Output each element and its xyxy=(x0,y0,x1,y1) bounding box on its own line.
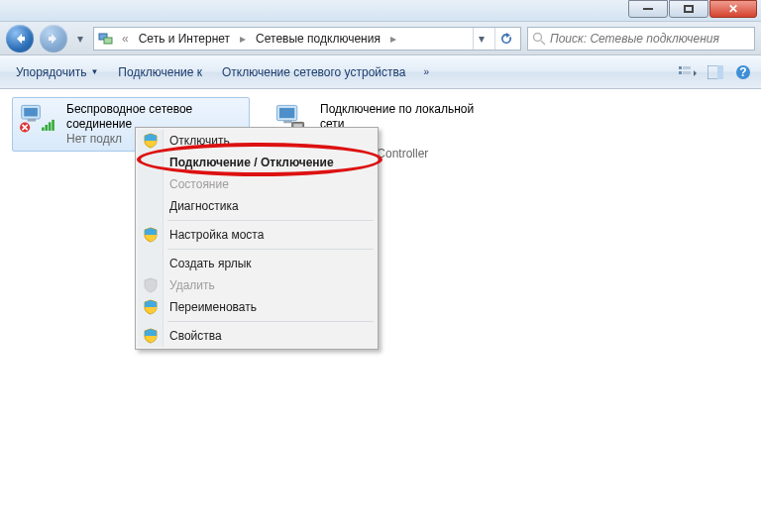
ctx-label: Переименовать xyxy=(169,300,257,314)
disable-device-button[interactable]: Отключение сетевого устройства xyxy=(214,61,413,83)
help-button[interactable]: ? xyxy=(733,62,753,82)
refresh-icon xyxy=(499,32,513,46)
arrow-left-icon xyxy=(13,32,27,46)
svg-rect-7 xyxy=(683,71,691,74)
svg-rect-17 xyxy=(49,122,52,130)
ctx-label: Создать ярлык xyxy=(169,257,252,270)
svg-text:?: ? xyxy=(739,65,746,79)
ctx-label: Отключить xyxy=(169,134,230,148)
chevron-down-icon: ▼ xyxy=(90,67,98,76)
view-icon xyxy=(679,65,697,79)
breadcrumb-segment[interactable]: Сетевые подключения xyxy=(254,32,382,46)
shield-icon xyxy=(143,227,159,243)
svg-rect-15 xyxy=(42,128,45,131)
shield-icon xyxy=(143,277,159,293)
svg-rect-13 xyxy=(24,108,38,117)
ctx-status: Состояние xyxy=(138,173,376,195)
breadcrumb-chevron-icon: ▸ xyxy=(238,32,248,46)
arrow-right-icon xyxy=(47,32,60,46)
svg-rect-5 xyxy=(683,66,691,69)
ctx-label: Свойства xyxy=(169,329,222,343)
search-icon xyxy=(532,32,546,46)
search-input[interactable] xyxy=(550,32,750,46)
network-location-icon xyxy=(98,31,114,47)
nav-history-dropdown[interactable]: ▾ xyxy=(73,32,87,46)
svg-rect-4 xyxy=(679,66,682,69)
preview-pane-button[interactable] xyxy=(706,62,725,82)
breadcrumb-overflow[interactable]: « xyxy=(120,32,131,46)
ctx-rename[interactable]: Переименовать xyxy=(138,296,376,318)
back-button[interactable] xyxy=(6,25,34,53)
breadcrumb-segment[interactable]: Сеть и Интернет xyxy=(137,32,232,46)
ctx-shortcut[interactable]: Создать ярлык xyxy=(138,253,376,274)
ctx-properties[interactable]: Свойства xyxy=(138,325,376,347)
ctx-label: Диагностика xyxy=(169,199,239,213)
toolbar-overflow[interactable]: » xyxy=(417,62,435,81)
view-options-button[interactable] xyxy=(678,62,698,82)
ctx-separator xyxy=(167,321,374,322)
svg-rect-16 xyxy=(46,125,49,131)
ctx-disable[interactable]: Отключить xyxy=(138,130,376,152)
svg-rect-21 xyxy=(279,108,294,118)
ctx-label: Подключение / Отключение xyxy=(169,156,334,169)
content-area: Беспроводное сетевое соединение Нет подк… xyxy=(0,89,761,532)
preview-pane-icon xyxy=(707,65,723,79)
context-menu: Отключить Подключение / Отключение Состо… xyxy=(135,127,379,350)
help-icon: ? xyxy=(735,64,751,80)
svg-line-3 xyxy=(541,41,545,45)
wifi-adapter-icon xyxy=(17,102,60,142)
shield-icon xyxy=(143,133,159,149)
breadcrumb-chevron-icon: ▸ xyxy=(388,32,398,46)
shield-icon xyxy=(143,328,159,344)
svg-rect-14 xyxy=(28,119,37,122)
ctx-delete: Удалить xyxy=(138,274,376,296)
ctx-diagnose[interactable]: Диагностика xyxy=(138,195,376,217)
title-bar: ✕ xyxy=(0,0,761,22)
svg-rect-1 xyxy=(104,38,112,44)
disable-device-label: Отключение сетевого устройства xyxy=(222,65,405,79)
shield-icon xyxy=(143,299,159,315)
ctx-label: Состояние xyxy=(169,177,229,191)
refresh-button[interactable] xyxy=(494,28,516,50)
search-box[interactable] xyxy=(527,27,755,51)
ctx-bridge[interactable]: Настройка моста xyxy=(138,224,376,246)
connect-to-button[interactable]: Подключение к xyxy=(110,61,210,83)
ctx-label: Настройка моста xyxy=(169,228,264,242)
forward-button xyxy=(40,25,67,53)
address-bar[interactable]: « Сеть и Интернет ▸ Сетевые подключения … xyxy=(93,27,521,51)
close-button[interactable]: ✕ xyxy=(709,0,757,18)
ctx-connect-disconnect[interactable]: Подключение / Отключение xyxy=(138,152,376,173)
maximize-button[interactable] xyxy=(669,0,708,18)
svg-rect-18 xyxy=(52,120,54,131)
toolbar: Упорядочить ▼ Подключение к Отключение с… xyxy=(0,55,761,89)
svg-point-2 xyxy=(534,33,542,41)
ctx-label: Удалить xyxy=(169,278,215,292)
svg-rect-9 xyxy=(717,65,723,79)
svg-rect-22 xyxy=(283,121,292,124)
connect-to-label: Подключение к xyxy=(118,65,202,79)
organize-menu[interactable]: Упорядочить ▼ xyxy=(8,61,106,83)
address-dropdown[interactable]: ▾ xyxy=(473,28,489,50)
svg-rect-6 xyxy=(679,71,682,74)
minimize-button[interactable] xyxy=(628,0,668,18)
organize-label: Упорядочить xyxy=(16,65,86,79)
ctx-separator xyxy=(167,249,374,250)
nav-bar: ▾ « Сеть и Интернет ▸ Сетевые подключени… xyxy=(0,22,761,55)
ctx-separator xyxy=(167,220,374,221)
